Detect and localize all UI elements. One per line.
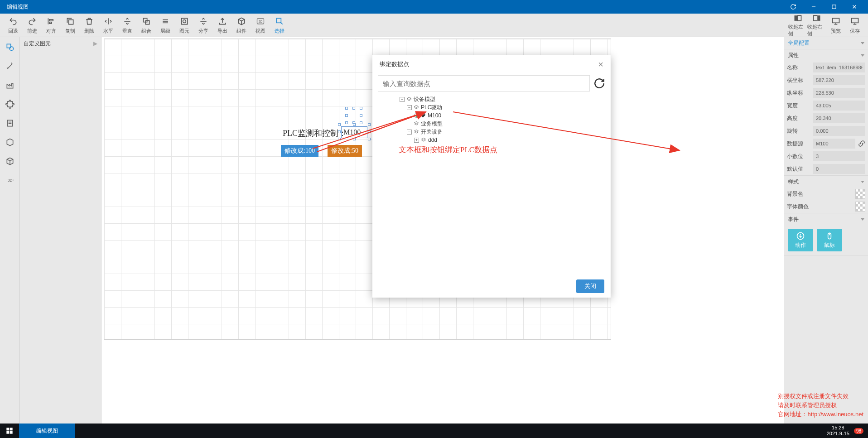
tb-layer[interactable]: 层级: [156, 14, 175, 37]
lt-doc[interactable]: [4, 117, 16, 130]
plc-textbox[interactable]: M100: [341, 126, 367, 138]
svg-point-41: [424, 114, 424, 115]
chevron-right-icon: ▶: [93, 40, 97, 47]
lt-cube3d[interactable]: [4, 155, 16, 168]
tree-node-switch[interactable]: −开关设备: [407, 128, 605, 136]
svg-rect-49: [6, 431, 9, 434]
taskbar: 编辑视图 15:282021-9-15 98: [0, 424, 868, 438]
main-toolbar: 回退 前进 对齐 复制 删除 水平 垂直 组合 层级 图元 分享 导出 组件 2…: [0, 14, 868, 37]
caret-down-icon: [861, 54, 864, 57]
caret-down-icon: [861, 218, 864, 221]
window-titlebar: 编辑视图: [0, 0, 868, 14]
rp-style[interactable]: 样式: [784, 176, 868, 188]
svg-rect-6: [49, 22, 52, 24]
bind-data-dialog: 绑定数据点 × −设备模型 −PLC驱动 M100 业务模型 −开关设备 +dd…: [372, 55, 611, 298]
start-button[interactable]: [0, 424, 19, 438]
tb-copy[interactable]: 复制: [61, 14, 80, 37]
bg-color-swatch[interactable]: [855, 189, 865, 199]
tb-component[interactable]: 组件: [232, 14, 251, 37]
svg-rect-21: [795, 15, 797, 21]
prop-x[interactable]: [813, 75, 865, 85]
caret-down-icon: [861, 42, 864, 44]
svg-rect-50: [10, 431, 13, 434]
minimize-icon[interactable]: [803, 0, 824, 14]
tb-horiz[interactable]: 水平: [99, 14, 118, 37]
prop-dec[interactable]: [813, 151, 865, 161]
collapse-icon[interactable]: −: [407, 105, 412, 110]
license-link[interactable]: http://www.ineuos.net: [807, 411, 863, 418]
window-controls: [783, 0, 864, 14]
collapse-icon[interactable]: −: [407, 130, 412, 135]
dialog-close-button[interactable]: 关闭: [576, 279, 604, 293]
lt-magic[interactable]: [4, 60, 16, 72]
share-icon: [199, 16, 208, 27]
prop-name[interactable]: [813, 63, 865, 72]
tb-save[interactable]: 保存: [845, 14, 864, 37]
rp-event[interactable]: 事件: [784, 213, 868, 225]
tb-export[interactable]: 导出: [213, 14, 232, 37]
tb-share[interactable]: 分享: [194, 14, 213, 37]
lt-puzzle[interactable]: [4, 98, 16, 111]
event-mouse-button[interactable]: 鼠标: [817, 229, 842, 251]
expand-icon[interactable]: +: [414, 138, 419, 143]
left-panel-header[interactable]: 自定义图元 ▶: [20, 37, 101, 50]
refresh-icon[interactable]: [783, 0, 803, 14]
lt-industry[interactable]: [4, 79, 16, 91]
prop-w[interactable]: [813, 101, 865, 111]
tb-vert[interactable]: 垂直: [118, 14, 137, 37]
lt-shape[interactable]: [4, 41, 16, 53]
monitor-icon: [831, 16, 840, 27]
tb-redo[interactable]: 前进: [23, 14, 42, 37]
prop-h[interactable]: [813, 113, 865, 123]
svg-point-32: [10, 47, 13, 50]
horizontal-icon: [104, 16, 113, 27]
tb-element[interactable]: 图元: [175, 14, 194, 37]
tb-collapse-left[interactable]: 收起左侧: [788, 14, 807, 37]
prop-def[interactable]: [813, 164, 865, 174]
tb-collapse-right[interactable]: 收起右侧: [807, 14, 826, 37]
tree-node-root[interactable]: −设备模型: [400, 95, 605, 103]
lt-box[interactable]: [4, 136, 16, 149]
maximize-icon[interactable]: [824, 0, 844, 14]
align-icon: [47, 16, 56, 27]
rp-attr[interactable]: 属性: [784, 49, 868, 61]
right-panel: 全局配置 属性 名称 横坐标 纵坐标 宽度 高度 旋转 数据源 小数位 默认值 …: [784, 37, 868, 424]
window-title: 编辑视图: [7, 3, 29, 11]
canvas-button-100[interactable]: 修改成:100: [281, 145, 318, 157]
left-panel: 自定义图元 ▶: [20, 37, 101, 424]
prop-src[interactable]: [813, 139, 855, 149]
tb-undo[interactable]: 回退: [4, 14, 23, 37]
tree-node-biz[interactable]: 业务模型: [407, 120, 605, 128]
tree-node-m100[interactable]: M100: [414, 111, 605, 120]
tb-select[interactable]: 选择: [270, 14, 289, 37]
event-action-button[interactable]: 动作: [788, 229, 813, 251]
cube-icon: [237, 16, 246, 27]
collapse-icon[interactable]: −: [400, 97, 405, 102]
search-input[interactable]: [378, 75, 590, 91]
link-icon[interactable]: [858, 140, 865, 147]
element-icon: [180, 16, 189, 27]
close-icon[interactable]: [844, 0, 864, 14]
tb-align[interactable]: 对齐: [42, 14, 61, 37]
layers-icon: [414, 105, 419, 110]
2d-icon: 2D: [256, 16, 265, 27]
tree-node-ddd[interactable]: +ddd: [414, 136, 605, 144]
fg-color-swatch[interactable]: [855, 202, 865, 212]
tb-preview[interactable]: 预览: [826, 14, 845, 37]
taskbar-app[interactable]: 编辑视图: [19, 424, 75, 438]
rp-global[interactable]: 全局配置: [784, 37, 868, 49]
tb-view[interactable]: 2D视图: [251, 14, 270, 37]
notification-badge[interactable]: 98: [854, 428, 863, 434]
refresh-icon[interactable]: [593, 77, 605, 89]
prop-rot[interactable]: [813, 126, 865, 136]
lt-3d[interactable]: 3D: [4, 174, 16, 187]
dialog-close-icon[interactable]: ×: [598, 60, 603, 69]
taskbar-clock[interactable]: 15:282021-9-15: [827, 425, 849, 437]
prop-y[interactable]: [813, 88, 865, 98]
tag-icon: [420, 113, 426, 118]
canvas-button-50[interactable]: 修改成:50: [328, 145, 362, 157]
tree-node-plc[interactable]: −PLC驱动: [407, 103, 605, 111]
tb-delete[interactable]: 删除: [80, 14, 99, 37]
undo-icon: [9, 16, 18, 27]
tb-group[interactable]: 组合: [137, 14, 156, 37]
